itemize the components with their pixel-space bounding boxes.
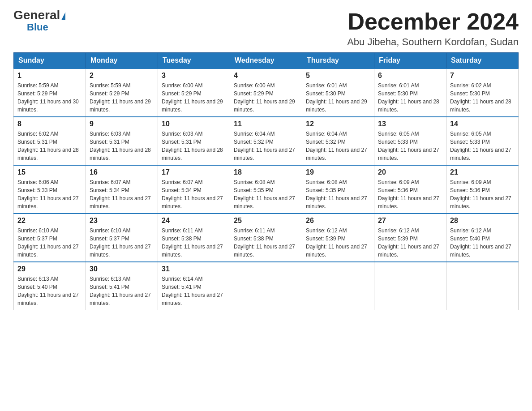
day-number: 27: [378, 217, 442, 225]
logo-blue-text: Blue: [27, 21, 48, 33]
day-number: 2: [90, 72, 154, 80]
day-info: Sunrise: 6:11 AMSunset: 5:38 PMDaylight:…: [234, 227, 298, 259]
calendar-cell: 18Sunrise: 6:08 AMSunset: 5:35 PMDayligh…: [230, 165, 302, 214]
day-info: Sunrise: 6:12 AMSunset: 5:39 PMDaylight:…: [306, 227, 370, 259]
calendar-cell: 17Sunrise: 6:07 AMSunset: 5:34 PMDayligh…: [158, 165, 230, 214]
day-number: 10: [162, 120, 226, 128]
day-number: 28: [450, 217, 515, 225]
day-number: 12: [306, 120, 370, 128]
calendar-cell: [230, 262, 302, 310]
day-info: Sunrise: 5:59 AMSunset: 5:29 PMDaylight:…: [90, 81, 154, 114]
day-info: Sunrise: 6:13 AMSunset: 5:40 PMDaylight:…: [17, 275, 82, 307]
calendar-cell: 20Sunrise: 6:09 AMSunset: 5:36 PMDayligh…: [374, 165, 446, 214]
column-header-saturday: Saturday: [446, 53, 519, 69]
day-info: Sunrise: 6:08 AMSunset: 5:35 PMDaylight:…: [234, 178, 298, 210]
calendar-cell: 9Sunrise: 6:03 AMSunset: 5:31 PMDaylight…: [86, 117, 158, 165]
calendar-header-row: SundayMondayTuesdayWednesdayThursdayFrid…: [14, 53, 519, 69]
calendar-cell: 19Sunrise: 6:08 AMSunset: 5:35 PMDayligh…: [302, 165, 374, 214]
calendar-cell: 12Sunrise: 6:04 AMSunset: 5:32 PMDayligh…: [302, 117, 374, 165]
day-info: Sunrise: 6:02 AMSunset: 5:31 PMDaylight:…: [17, 130, 82, 162]
location-title: Abu Jibeha, Southern Kordofan, Sudan: [347, 36, 519, 48]
day-number: 7: [450, 72, 515, 80]
day-info: Sunrise: 5:59 AMSunset: 5:29 PMDaylight:…: [17, 81, 82, 114]
day-info: Sunrise: 6:02 AMSunset: 5:30 PMDaylight:…: [450, 81, 515, 114]
calendar-cell: 10Sunrise: 6:03 AMSunset: 5:31 PMDayligh…: [158, 117, 230, 165]
column-header-sunday: Sunday: [14, 53, 86, 69]
calendar-cell: 26Sunrise: 6:12 AMSunset: 5:39 PMDayligh…: [302, 214, 374, 262]
day-info: Sunrise: 6:06 AMSunset: 5:33 PMDaylight:…: [17, 178, 82, 210]
calendar-cell: 11Sunrise: 6:04 AMSunset: 5:32 PMDayligh…: [230, 117, 302, 165]
day-number: 16: [90, 168, 154, 176]
calendar-cell: 21Sunrise: 6:09 AMSunset: 5:36 PMDayligh…: [446, 165, 519, 214]
day-number: 22: [17, 217, 82, 225]
day-info: Sunrise: 6:14 AMSunset: 5:41 PMDaylight:…: [162, 275, 226, 307]
calendar-cell: 22Sunrise: 6:10 AMSunset: 5:37 PMDayligh…: [14, 214, 86, 262]
week-row-5: 29Sunrise: 6:13 AMSunset: 5:40 PMDayligh…: [14, 262, 519, 310]
day-number: 30: [90, 265, 154, 273]
calendar-cell: 3Sunrise: 6:00 AMSunset: 5:29 PMDaylight…: [158, 68, 230, 117]
day-info: Sunrise: 6:11 AMSunset: 5:38 PMDaylight:…: [162, 227, 226, 259]
month-title: December 2024: [347, 9, 519, 34]
day-info: Sunrise: 6:09 AMSunset: 5:36 PMDaylight:…: [378, 178, 442, 210]
title-section: December 2024 Abu Jibeha, Southern Kordo…: [347, 9, 519, 48]
day-number: 1: [17, 72, 82, 80]
week-row-3: 15Sunrise: 6:06 AMSunset: 5:33 PMDayligh…: [14, 165, 519, 214]
calendar-cell: 6Sunrise: 6:01 AMSunset: 5:30 PMDaylight…: [374, 68, 446, 117]
column-header-monday: Monday: [86, 53, 158, 69]
day-number: 14: [450, 120, 515, 128]
day-info: Sunrise: 6:07 AMSunset: 5:34 PMDaylight:…: [162, 178, 226, 210]
column-header-thursday: Thursday: [302, 53, 374, 69]
day-number: 29: [17, 265, 82, 273]
calendar-table: SundayMondayTuesdayWednesdayThursdayFrid…: [13, 52, 519, 310]
day-info: Sunrise: 6:04 AMSunset: 5:32 PMDaylight:…: [306, 130, 370, 162]
week-row-1: 1Sunrise: 5:59 AMSunset: 5:29 PMDaylight…: [14, 68, 519, 117]
day-info: Sunrise: 6:13 AMSunset: 5:41 PMDaylight:…: [90, 275, 154, 307]
calendar-cell: 30Sunrise: 6:13 AMSunset: 5:41 PMDayligh…: [86, 262, 158, 310]
calendar-cell: 23Sunrise: 6:10 AMSunset: 5:37 PMDayligh…: [86, 214, 158, 262]
day-info: Sunrise: 6:03 AMSunset: 5:31 PMDaylight:…: [162, 130, 226, 162]
calendar-cell: 25Sunrise: 6:11 AMSunset: 5:38 PMDayligh…: [230, 214, 302, 262]
day-info: Sunrise: 6:10 AMSunset: 5:37 PMDaylight:…: [90, 227, 154, 259]
day-number: 20: [378, 168, 442, 176]
logo: General Blue: [13, 9, 65, 33]
calendar-cell: 8Sunrise: 6:02 AMSunset: 5:31 PMDaylight…: [14, 117, 86, 165]
day-info: Sunrise: 6:00 AMSunset: 5:29 PMDaylight:…: [162, 81, 226, 114]
week-row-2: 8Sunrise: 6:02 AMSunset: 5:31 PMDaylight…: [14, 117, 519, 165]
week-row-4: 22Sunrise: 6:10 AMSunset: 5:37 PMDayligh…: [14, 214, 519, 262]
day-info: Sunrise: 6:12 AMSunset: 5:40 PMDaylight:…: [450, 227, 515, 259]
day-number: 25: [234, 217, 298, 225]
day-number: 3: [162, 72, 226, 80]
day-number: 5: [306, 72, 370, 80]
day-number: 8: [17, 120, 82, 128]
day-number: 9: [90, 120, 154, 128]
day-number: 11: [234, 120, 298, 128]
calendar-cell: [446, 262, 519, 310]
day-info: Sunrise: 6:08 AMSunset: 5:35 PMDaylight:…: [306, 178, 370, 210]
calendar-cell: 14Sunrise: 6:05 AMSunset: 5:33 PMDayligh…: [446, 117, 519, 165]
day-info: Sunrise: 6:07 AMSunset: 5:34 PMDaylight:…: [90, 178, 154, 210]
calendar-cell: [302, 262, 374, 310]
day-info: Sunrise: 6:05 AMSunset: 5:33 PMDaylight:…: [450, 130, 515, 162]
day-number: 19: [306, 168, 370, 176]
day-info: Sunrise: 6:10 AMSunset: 5:37 PMDaylight:…: [17, 227, 82, 259]
column-header-tuesday: Tuesday: [158, 53, 230, 69]
day-number: 21: [450, 168, 515, 176]
day-info: Sunrise: 6:01 AMSunset: 5:30 PMDaylight:…: [378, 81, 442, 114]
day-info: Sunrise: 6:04 AMSunset: 5:32 PMDaylight:…: [234, 130, 298, 162]
day-info: Sunrise: 6:12 AMSunset: 5:39 PMDaylight:…: [378, 227, 442, 259]
logo-general-text: General: [13, 9, 65, 21]
day-number: 23: [90, 217, 154, 225]
calendar-cell: 16Sunrise: 6:07 AMSunset: 5:34 PMDayligh…: [86, 165, 158, 214]
calendar-cell: 31Sunrise: 6:14 AMSunset: 5:41 PMDayligh…: [158, 262, 230, 310]
day-info: Sunrise: 6:09 AMSunset: 5:36 PMDaylight:…: [450, 178, 515, 210]
day-number: 13: [378, 120, 442, 128]
day-number: 18: [234, 168, 298, 176]
calendar-cell: 4Sunrise: 6:00 AMSunset: 5:29 PMDaylight…: [230, 68, 302, 117]
calendar-cell: 29Sunrise: 6:13 AMSunset: 5:40 PMDayligh…: [14, 262, 86, 310]
column-header-friday: Friday: [374, 53, 446, 69]
day-info: Sunrise: 6:03 AMSunset: 5:31 PMDaylight:…: [90, 130, 154, 162]
day-info: Sunrise: 6:01 AMSunset: 5:30 PMDaylight:…: [306, 81, 370, 114]
day-number: 26: [306, 217, 370, 225]
calendar-cell: 5Sunrise: 6:01 AMSunset: 5:30 PMDaylight…: [302, 68, 374, 117]
calendar-cell: 7Sunrise: 6:02 AMSunset: 5:30 PMDaylight…: [446, 68, 519, 117]
